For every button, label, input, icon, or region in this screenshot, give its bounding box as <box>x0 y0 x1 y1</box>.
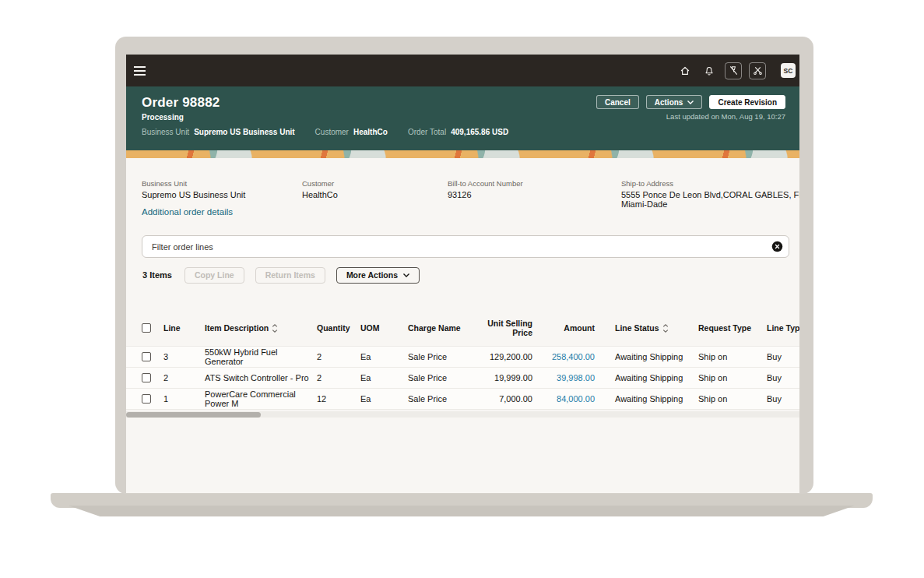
select-all-checkbox[interactable] <box>142 323 151 333</box>
order-content: Business Unit Supremo US Business Unit C… <box>126 158 799 493</box>
actions-button[interactable]: Actions <box>646 95 703 109</box>
lines-toolbar: 3 Items Copy Line Return Items More Acti… <box>142 266 420 284</box>
detail-business-unit: Business Unit Supremo US Business Unit <box>142 179 245 199</box>
laptop-mockup: SC Order 98882 Processing Business Unit … <box>0 0 924 578</box>
col-header-line: Line <box>163 323 205 333</box>
laptop-base-shadow <box>69 506 855 516</box>
detail-bill-to-account: Bill-to Account Number 93126 <box>448 179 523 199</box>
detail-ship-to-address: Ship-to Address 5555 Ponce De Leon Blvd,… <box>621 179 799 209</box>
order-header: Order 98882 Processing Business Unit Sup… <box>126 86 799 150</box>
topbar-actions: SC <box>676 55 796 86</box>
last-updated-text: Last updated on Mon, Aug 19, 10:27 <box>666 112 785 121</box>
horizontal-scrollbar-thumb[interactable] <box>126 412 261 418</box>
table-header-row: Line Item Description Quantity UOM Charg… <box>126 319 799 336</box>
amount-link[interactable]: 84,000.00 <box>557 394 595 404</box>
item-description: ATS Switch Controller - Pro <box>205 373 317 382</box>
order-details-summary: Business Unit Supremo US Business Unit C… <box>142 179 790 223</box>
cancel-button[interactable]: Cancel <box>596 95 639 109</box>
amount-link[interactable]: 39,998.00 <box>557 373 595 382</box>
col-header-amount: Amount <box>532 323 615 333</box>
scissors-icon <box>753 65 763 76</box>
meta-label: Customer <box>315 128 349 136</box>
col-header-quantity: Quantity <box>317 323 360 333</box>
col-header-charge-name: Charge Name <box>408 323 473 333</box>
return-items-button[interactable]: Return Items <box>255 267 325 284</box>
pin-slash-icon <box>729 65 739 76</box>
row-checkbox[interactable] <box>142 394 151 404</box>
create-revision-button[interactable]: Create Revision <box>709 95 785 109</box>
horizontal-scrollbar[interactable] <box>126 411 799 418</box>
filter-bar <box>142 235 789 258</box>
col-header-item-description[interactable]: Item Description <box>205 323 317 333</box>
close-icon <box>771 241 783 252</box>
user-avatar[interactable]: SC <box>781 63 796 78</box>
pin-slash-button[interactable] <box>725 62 742 79</box>
line-status: Awaiting Shipping <box>615 352 698 361</box>
chevron-down-icon <box>687 100 694 104</box>
table-body: 3 550kW Hybrid Fuel Generator 2 Ea Sale … <box>126 346 799 410</box>
scissors-button[interactable] <box>749 62 766 79</box>
table-row: 3 550kW Hybrid Fuel Generator 2 Ea Sale … <box>126 347 799 368</box>
meta-value: HealthCo <box>353 128 388 136</box>
line-status: Awaiting Shipping <box>615 394 698 404</box>
item-description: 550kW Hybrid Fuel Generator <box>205 347 317 366</box>
items-count: 3 Items <box>142 270 172 280</box>
header-pattern <box>126 150 799 158</box>
home-button[interactable] <box>676 62 694 79</box>
home-icon <box>679 65 691 77</box>
clear-filter-button[interactable] <box>765 235 789 258</box>
chevron-down-icon <box>403 273 409 277</box>
order-lines-table: Line Item Description Quantity UOM Charg… <box>126 319 799 410</box>
detail-customer: Customer HealthCo <box>302 179 338 199</box>
hamburger-icon <box>134 66 146 68</box>
col-header-line-type: Line Type <box>767 323 799 333</box>
more-actions-button[interactable]: More Actions <box>336 267 420 284</box>
meta-label: Business Unit <box>142 128 189 136</box>
col-header-unit-selling-price: Unit Selling Price <box>473 319 532 337</box>
col-header-line-status[interactable]: Line Status <box>615 323 698 333</box>
menu-button[interactable] <box>134 63 154 79</box>
filter-order-lines-input[interactable] <box>142 242 765 252</box>
order-status: Processing <box>142 113 184 122</box>
notifications-button[interactable] <box>701 62 718 79</box>
line-status: Awaiting Shipping <box>615 373 698 382</box>
row-checkbox[interactable] <box>142 352 151 361</box>
sort-icon <box>662 324 669 333</box>
col-header-request-type: Request Type <box>698 323 767 333</box>
app-window: SC Order 98882 Processing Business Unit … <box>126 55 799 493</box>
additional-order-details-link[interactable]: Additional order details <box>142 207 233 217</box>
sort-icon <box>272 324 278 333</box>
table-row: 2 ATS Switch Controller - Pro 2 Ea Sale … <box>126 368 799 389</box>
copy-line-button[interactable]: Copy Line <box>184 267 244 284</box>
bell-icon <box>703 65 715 77</box>
row-checkbox[interactable] <box>142 373 151 382</box>
meta-label: Order Total <box>408 128 446 136</box>
laptop-screen-bezel: SC Order 98882 Processing Business Unit … <box>115 37 813 494</box>
page-title: Order 98882 <box>142 95 220 111</box>
col-header-uom: UOM <box>360 323 408 333</box>
amount-link[interactable]: 258,400.00 <box>552 352 595 361</box>
app-topbar: SC <box>126 55 799 86</box>
meta-value: Supremo US Business Unit <box>194 128 294 136</box>
table-row: 1 PowerCare Commercial Power M 12 Ea Sal… <box>126 389 799 410</box>
order-meta: Business Unit Supremo US Business Unit C… <box>142 128 508 136</box>
meta-value: 409,165.86 USD <box>451 128 508 136</box>
item-description: PowerCare Commercial Power M <box>205 389 317 408</box>
